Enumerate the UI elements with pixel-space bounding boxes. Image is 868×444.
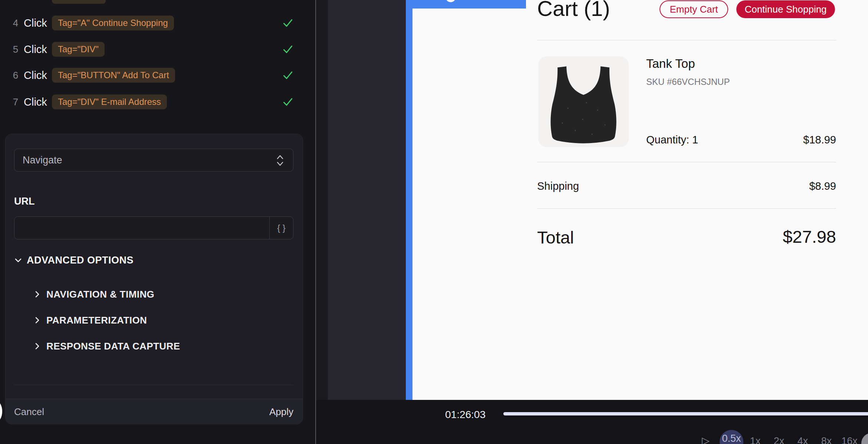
step-row-4[interactable]: 4 Click Tag="A" Continue Shopping bbox=[0, 16, 315, 30]
editor-divider bbox=[14, 385, 293, 385]
check-icon bbox=[282, 17, 294, 29]
action-type-value: Navigate bbox=[23, 155, 62, 166]
continue-shopping-button: Continue Shopping bbox=[736, 0, 835, 18]
product-quantity: Quantity: 1 bbox=[646, 134, 698, 146]
divider bbox=[537, 40, 836, 40]
divider bbox=[537, 208, 836, 209]
apply-button[interactable]: Apply bbox=[269, 406, 293, 418]
check-icon bbox=[282, 69, 294, 81]
empty-cart-button: Empty Cart bbox=[660, 0, 728, 18]
step-action: Click bbox=[24, 43, 47, 56]
speed-1x[interactable]: 1x bbox=[743, 435, 767, 444]
section-label: RESPONSE DATA CAPTURE bbox=[46, 341, 180, 352]
viewport-gutter bbox=[316, 0, 328, 400]
partial-circle-indicator[interactable] bbox=[861, 433, 868, 444]
step-row-7[interactable]: 7 Click Tag="DIV" E-mail Address bbox=[0, 95, 315, 109]
replay-pane: Cart (1) Empty Cart Continue Shopping bbox=[316, 0, 868, 444]
automation-replay-app: 4 Click Tag="A" Continue Shopping 5 Clic… bbox=[0, 0, 868, 444]
tank-top-illustration bbox=[538, 56, 629, 147]
divider bbox=[537, 162, 836, 162]
product-image bbox=[538, 56, 629, 147]
step-number: 5 bbox=[10, 44, 21, 55]
cart-title: Cart (1) bbox=[537, 0, 610, 20]
speed-2x[interactable]: 2x bbox=[767, 435, 791, 444]
step-number: 7 bbox=[10, 96, 21, 108]
check-icon bbox=[282, 43, 294, 55]
editor-footer: Cancel Apply bbox=[6, 399, 303, 424]
step-number: 6 bbox=[10, 70, 21, 81]
product-sku: SKU #66VCHSJNUP bbox=[646, 77, 730, 87]
speed-4x[interactable]: 4x bbox=[791, 435, 815, 444]
speed-0.5x-selected[interactable]: 0.5x bbox=[720, 430, 743, 444]
total-value: $27.98 bbox=[783, 226, 836, 247]
url-input: { } bbox=[14, 216, 293, 239]
replay-viewport: Cart (1) Empty Cart Continue Shopping bbox=[316, 0, 868, 400]
step-badge-partial bbox=[52, 0, 106, 4]
step-selector-badge[interactable]: Tag="A" Continue Shopping bbox=[52, 16, 174, 30]
insert-variable-button[interactable]: { } bbox=[269, 217, 293, 239]
product-name: Tank Top bbox=[646, 57, 695, 71]
step-action: Click bbox=[24, 17, 47, 29]
advanced-options-toggle[interactable]: ADVANCED OPTIONS bbox=[14, 254, 134, 266]
panel-collapse-handle[interactable] bbox=[0, 401, 2, 422]
step-action: Click bbox=[24, 96, 47, 108]
step-row-5[interactable]: 5 Click Tag="DIV" bbox=[0, 42, 315, 57]
element-highlight-strip bbox=[406, 0, 412, 400]
step-selector-badge[interactable]: Tag="BUTTON" Add To Cart bbox=[52, 68, 175, 83]
steps-sidebar: 4 Click Tag="A" Continue Shopping 5 Clic… bbox=[0, 0, 315, 444]
speed-8x[interactable]: 8x bbox=[815, 435, 838, 444]
chevron-up-down-icon bbox=[276, 154, 284, 167]
url-field[interactable] bbox=[14, 217, 269, 239]
check-icon bbox=[282, 96, 294, 108]
chevron-right-icon bbox=[33, 316, 41, 324]
url-label: URL bbox=[14, 196, 35, 207]
element-highlight-overlay bbox=[412, 0, 526, 9]
play-icon[interactable]: ▷ bbox=[702, 435, 710, 444]
step-number: 4 bbox=[10, 17, 21, 29]
step-selector-badge[interactable]: Tag="DIV" bbox=[52, 42, 105, 57]
player-controls: 01:26:03 ▷ 0.5x 1x 2x 4x 8x 16x bbox=[316, 400, 868, 444]
speed-16x[interactable]: 16x bbox=[838, 435, 861, 444]
chevron-right-icon bbox=[33, 290, 41, 298]
section-parameterization[interactable]: PARAMETERIZATION bbox=[33, 314, 147, 326]
step-selector-badge[interactable]: Tag="DIV" E-mail Address bbox=[52, 95, 167, 109]
advanced-options-label: ADVANCED OPTIONS bbox=[27, 255, 134, 266]
chevron-down-icon bbox=[14, 256, 22, 264]
cancel-button[interactable]: Cancel bbox=[14, 406, 44, 418]
step-editor-panel: Navigate URL { } ADVANCED OPTIONS NAVIGA… bbox=[5, 134, 303, 424]
progress-bar[interactable] bbox=[503, 412, 868, 415]
section-label: PARAMETERIZATION bbox=[46, 315, 147, 326]
section-label: NAVIGATION & TIMING bbox=[46, 289, 154, 300]
section-response-data-capture[interactable]: RESPONSE DATA CAPTURE bbox=[33, 340, 180, 352]
step-row-6[interactable]: 6 Click Tag="BUTTON" Add To Cart bbox=[0, 68, 315, 83]
product-price: $18.99 bbox=[803, 134, 836, 146]
action-type-select[interactable]: Navigate bbox=[14, 149, 293, 172]
chevron-right-icon bbox=[33, 342, 41, 350]
total-label: Total bbox=[537, 227, 574, 248]
playback-timestamp: 01:26:03 bbox=[445, 409, 486, 421]
shipping-value: $8.99 bbox=[809, 180, 836, 192]
replayed-cart-page: Cart (1) Empty Cart Continue Shopping bbox=[412, 0, 868, 400]
section-navigation-timing[interactable]: NAVIGATION & TIMING bbox=[33, 288, 154, 300]
step-action: Click bbox=[24, 69, 47, 82]
clipped-text-glyph bbox=[446, 0, 455, 2]
shipping-label: Shipping bbox=[537, 180, 579, 192]
